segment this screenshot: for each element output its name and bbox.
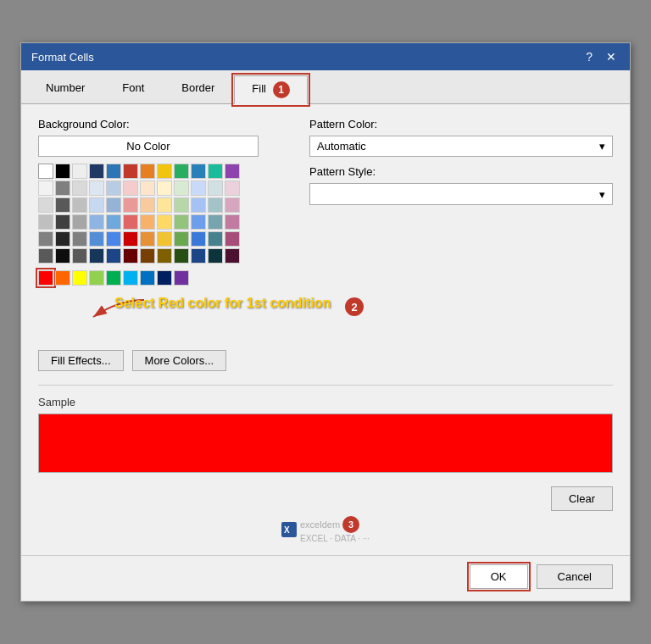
- pattern-color-dropdown[interactable]: Automatic ▾: [309, 136, 613, 157]
- color-r6c9[interactable]: [174, 248, 189, 264]
- fill-content: Background Color: No Color: [21, 104, 630, 486]
- color-r2c1[interactable]: [38, 180, 53, 196]
- color-r4c11[interactable]: [208, 214, 223, 230]
- cancel-button[interactable]: Cancel: [537, 564, 613, 589]
- color-r6c6[interactable]: [123, 248, 138, 264]
- color-red-dark[interactable]: [123, 164, 138, 179]
- more-colors-button[interactable]: More Colors...: [132, 350, 227, 371]
- color-r4c2[interactable]: [55, 214, 70, 230]
- color-r3c8[interactable]: [157, 197, 172, 213]
- tab-fill[interactable]: Fill 1: [234, 75, 307, 104]
- color-r3c10[interactable]: [191, 197, 206, 213]
- color-yellow-std[interactable]: [72, 270, 87, 286]
- color-r2c7[interactable]: [140, 180, 155, 196]
- color-r6c1[interactable]: [38, 248, 53, 264]
- tab-font[interactable]: Font: [104, 75, 162, 103]
- color-r6c12[interactable]: [225, 248, 240, 264]
- color-r3c4[interactable]: [89, 197, 104, 213]
- color-r4c6[interactable]: [123, 214, 138, 230]
- color-r3c5[interactable]: [106, 197, 121, 213]
- color-r6c11[interactable]: [208, 248, 223, 264]
- color-orange[interactable]: [140, 164, 155, 179]
- color-r4c12[interactable]: [225, 214, 240, 230]
- color-r5c10[interactable]: [191, 231, 206, 247]
- color-r4c3[interactable]: [72, 214, 87, 230]
- color-r3c3[interactable]: [72, 197, 87, 213]
- color-r3c7[interactable]: [140, 197, 155, 213]
- color-r2c2[interactable]: [55, 180, 70, 196]
- color-r4c7[interactable]: [140, 214, 155, 230]
- color-r4c9[interactable]: [174, 214, 189, 230]
- color-r3c2[interactable]: [55, 197, 70, 213]
- color-r2c4[interactable]: [89, 180, 104, 196]
- color-r3c1[interactable]: [38, 197, 53, 213]
- color-r2c3[interactable]: [72, 180, 87, 196]
- color-r5c7[interactable]: [140, 231, 155, 247]
- color-navy-std[interactable]: [157, 270, 172, 286]
- color-r5c1[interactable]: [38, 231, 53, 247]
- color-r5c8[interactable]: [157, 231, 172, 247]
- color-row-5: [38, 231, 292, 247]
- color-r6c10[interactable]: [191, 248, 206, 264]
- color-yellow[interactable]: [157, 164, 172, 179]
- color-r2c10[interactable]: [191, 180, 206, 196]
- color-purple[interactable]: [225, 164, 240, 179]
- color-r4c1[interactable]: [38, 214, 53, 230]
- color-r2c11[interactable]: [208, 180, 223, 196]
- tab-border[interactable]: Border: [164, 75, 232, 103]
- color-r5c5[interactable]: [106, 231, 121, 247]
- color-r6c8[interactable]: [157, 248, 172, 264]
- color-r2c5[interactable]: [106, 180, 121, 196]
- color-r4c8[interactable]: [157, 214, 172, 230]
- color-r5c4[interactable]: [89, 231, 104, 247]
- color-red-selected[interactable]: [38, 270, 53, 286]
- color-lime-std[interactable]: [89, 270, 104, 286]
- color-r3c12[interactable]: [225, 197, 240, 213]
- color-r2c12[interactable]: [225, 180, 240, 196]
- color-r6c2[interactable]: [55, 248, 70, 264]
- color-r3c6[interactable]: [123, 197, 138, 213]
- no-color-button[interactable]: No Color: [38, 136, 259, 157]
- color-teal[interactable]: [208, 164, 223, 179]
- color-r6c4[interactable]: [89, 248, 104, 264]
- color-r6c5[interactable]: [106, 248, 121, 264]
- color-r2c6[interactable]: [123, 180, 138, 196]
- ok-button[interactable]: OK: [470, 564, 528, 589]
- tab-number[interactable]: Number: [28, 75, 103, 103]
- color-purple-std[interactable]: [174, 270, 189, 286]
- color-r4c4[interactable]: [89, 214, 104, 230]
- color-sky-std[interactable]: [123, 270, 138, 286]
- color-green-std[interactable]: [106, 270, 121, 286]
- color-r5c3[interactable]: [72, 231, 87, 247]
- color-r6c7[interactable]: [140, 248, 155, 264]
- color-r2c9[interactable]: [174, 180, 189, 196]
- color-r5c2[interactable]: [55, 231, 70, 247]
- color-dark-navy[interactable]: [89, 164, 104, 179]
- help-button[interactable]: ?: [582, 50, 596, 64]
- pattern-style-value: [317, 188, 320, 201]
- color-r3c9[interactable]: [174, 197, 189, 213]
- color-r6c3[interactable]: [72, 248, 87, 264]
- color-r3c11[interactable]: [208, 197, 223, 213]
- color-r2c8[interactable]: [157, 180, 172, 196]
- color-blue[interactable]: [106, 164, 121, 179]
- color-r5c6[interactable]: [123, 231, 138, 247]
- fill-effects-button[interactable]: Fill Effects...: [38, 350, 124, 371]
- pattern-style-dropdown[interactable]: ▾: [309, 183, 613, 205]
- color-orange-std[interactable]: [55, 270, 70, 286]
- color-med-blue[interactable]: [191, 164, 206, 179]
- color-white[interactable]: [38, 164, 53, 179]
- color-r4c5[interactable]: [106, 214, 121, 230]
- color-r5c9[interactable]: [174, 231, 189, 247]
- dialog-footer: OK Cancel: [21, 555, 630, 601]
- color-row-3: [38, 197, 292, 213]
- color-r5c12[interactable]: [225, 231, 240, 247]
- clear-button[interactable]: Clear: [551, 486, 613, 511]
- color-black[interactable]: [55, 164, 70, 179]
- color-green[interactable]: [174, 164, 189, 179]
- color-r5c11[interactable]: [208, 231, 223, 247]
- color-r4c10[interactable]: [191, 214, 206, 230]
- close-button[interactable]: ✕: [603, 50, 620, 64]
- color-blue-std[interactable]: [140, 270, 155, 286]
- color-light-gray[interactable]: [72, 164, 87, 179]
